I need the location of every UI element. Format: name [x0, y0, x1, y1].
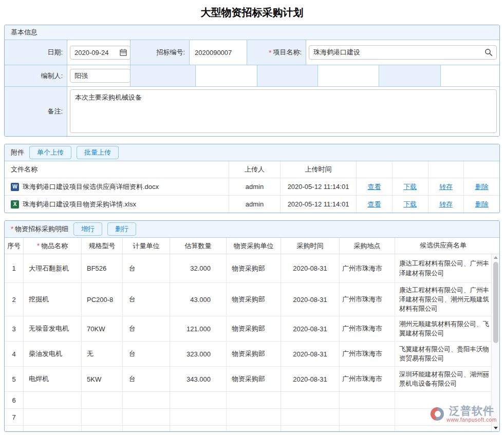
column-header-upload-time: 上传时间 [281, 161, 357, 178]
detail-table-body: 1 大理石翻新机 BF526 台 32.000 物资采购部 2020-08-31… [5, 254, 499, 431]
table-row[interactable]: 1 大理石翻新机 BF526 台 32.000 物资采购部 2020-08-31… [5, 254, 499, 283]
quantity-cell: 323.000 [170, 342, 227, 366]
file-name-cell: W 珠海鹤港口建设项目候选供应商详细资料.docx [5, 178, 229, 195]
uploader-cell: admin [229, 178, 281, 195]
seq-cell: 3 [5, 316, 24, 341]
purchase-dept-cell: 物资采购部 [227, 316, 281, 341]
remark-label: 备注: [5, 87, 67, 136]
model-cell: PC200-8 [82, 283, 123, 316]
compiler-label: 编制人: [5, 65, 67, 86]
table-row[interactable]: 3 无噪音发电机 70KW 台 121.000 物资采购部 2020-08-31… [5, 316, 499, 342]
file-name: 珠海鹤港口建设项目候选供应商详细资料.docx [23, 182, 159, 192]
purchase-time-cell: 2020-08-31 [281, 367, 340, 391]
column-header-uploader: 上传人 [229, 161, 281, 178]
column-header-suppliers: 候选供应商名单 [395, 238, 499, 254]
required-mark: * [11, 225, 13, 233]
attachment-row: W 珠海鹤港口建设项目候选供应商详细资料.docx admin 2020-05-… [5, 178, 499, 195]
file-name-cell: X 珠海鹤港口建设项目物资采购详情.xlsx [5, 196, 229, 213]
delete-link[interactable]: 删除 [475, 182, 489, 192]
search-icon[interactable] [484, 48, 493, 56]
arrow-down-icon [494, 427, 498, 429]
column-header-purchase-place: 采购地点 [340, 238, 395, 254]
purchase-time-cell [281, 392, 340, 408]
empty-cell [130, 65, 196, 86]
project-name-input[interactable] [309, 45, 497, 60]
item-name-cell: 挖掘机 [24, 283, 82, 316]
empty-cell [196, 65, 257, 86]
project-name-label-cell: * 项目名称: [247, 40, 306, 65]
required-mark: * [269, 49, 271, 56]
single-upload-button[interactable]: 单个上传 [29, 146, 71, 159]
empty-cell [441, 65, 499, 86]
quantity-cell: 343.000 [170, 367, 227, 391]
empty-cell [170, 426, 227, 431]
delete-link[interactable]: 删除 [475, 200, 489, 209]
scroll-down-button[interactable] [492, 425, 500, 431]
suppliers-cell: 康达工程材料有限公司、广州丰泽建材有限公司 [395, 254, 499, 282]
table-row [5, 426, 499, 431]
detail-title: *物资招标采购明细 [11, 224, 68, 234]
save-as-link[interactable]: 转存 [439, 200, 453, 209]
suppliers-cell [395, 409, 499, 425]
item-name-cell: 电焊机 [24, 367, 82, 391]
table-row[interactable]: 2 挖掘机 PC200-8 台 43.000 物资采购部 2020-08-31 … [5, 283, 499, 316]
scrollbar-thumb[interactable] [493, 262, 498, 343]
scroll-up-button[interactable] [492, 254, 500, 261]
uploader-cell: admin [229, 196, 281, 213]
unit-cell [123, 392, 170, 408]
unit-cell: 台 [123, 342, 170, 366]
purchase-place-cell: 广州市珠海市 [340, 316, 395, 341]
download-link[interactable]: 下载 [403, 182, 417, 192]
table-row[interactable]: 6 [5, 392, 499, 409]
basic-info-title: 基本信息 [11, 28, 38, 37]
table-row[interactable]: 5 电焊机 5KW 台 343.000 物资采购部 2020-08-31 广州市… [5, 367, 499, 392]
remark-textarea[interactable]: 本次主要采购机械设备 [70, 89, 497, 133]
view-link[interactable]: 查看 [367, 200, 381, 209]
purchase-dept-cell: 物资采购部 [227, 283, 281, 316]
basic-info-section: 基本信息 日期: 招标编号: 2020090007 * [4, 25, 500, 137]
purchase-place-cell [340, 392, 395, 408]
model-cell: 5KW [82, 367, 123, 391]
column-header-action [357, 161, 393, 178]
add-row-button[interactable]: 增行 [73, 222, 102, 236]
view-link[interactable]: 查看 [367, 182, 381, 192]
upload-time-cell: 2020-05-12 11:14:01 [281, 178, 357, 195]
item-name-cell [24, 409, 82, 425]
word-file-icon: W [11, 183, 19, 191]
suppliers-cell: 深圳环能建材有限公司、湖州丽景机电设备有限公司 [395, 367, 499, 391]
quantity-cell: 43.000 [170, 283, 227, 316]
project-input-wrap [309, 45, 497, 60]
model-cell: 70KW [82, 316, 123, 341]
purchase-time-cell: 2020-08-31 [281, 283, 340, 316]
save-as-link[interactable]: 转存 [439, 182, 453, 192]
upload-time-cell: 2020-05-12 11:14:01 [281, 196, 357, 213]
quantity-cell [170, 409, 227, 425]
excel-file-icon: X [11, 200, 19, 209]
compiler-input[interactable] [70, 69, 130, 83]
empty-cell [123, 426, 170, 431]
purchase-dept-cell: 物资采购部 [227, 254, 281, 282]
empty-cell [5, 426, 24, 431]
table-row[interactable]: 4 柴油发电机 无 台 323.000 物资采购部 2020-08-31 广州市… [5, 342, 499, 367]
suppliers-cell: 康达工程材料有限公司、广州丰泽建材有限公司、潮州元顺建筑材料有限公司 [395, 283, 499, 316]
calendar-icon[interactable] [120, 49, 127, 56]
table-row[interactable]: 7 [5, 409, 499, 426]
seq-cell: 4 [5, 342, 24, 366]
quantity-cell: 32.000 [170, 254, 227, 282]
purchase-place-cell: 广州市珠海市 [340, 367, 395, 391]
batch-upload-button[interactable]: 批量上传 [77, 146, 119, 159]
seq-cell: 5 [5, 367, 24, 391]
column-header-model: 规格型号 [82, 238, 123, 254]
date-label: 日期: [5, 40, 67, 65]
delete-row-button[interactable]: 删行 [107, 222, 136, 236]
quantity-cell [170, 392, 227, 408]
quantity-cell: 121.000 [170, 316, 227, 341]
attachments-title: 附件 [11, 148, 24, 157]
item-name-cell: 大理石翻新机 [24, 254, 82, 282]
column-header-file-name: 文件名称 [5, 161, 229, 178]
vertical-scrollbar[interactable] [491, 254, 499, 431]
suppliers-cell [395, 392, 499, 408]
model-cell [82, 392, 123, 408]
basic-info-header: 基本信息 [5, 25, 499, 40]
download-link[interactable]: 下载 [403, 200, 417, 209]
